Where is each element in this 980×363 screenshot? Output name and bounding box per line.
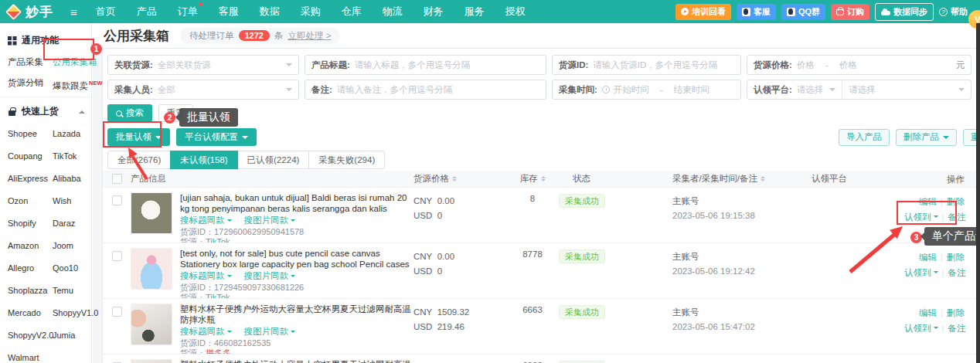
nav-item-authorization[interactable]: 授权: [505, 5, 526, 19]
batch-claim-button[interactable]: 批量认领: [107, 128, 170, 146]
sidebar-item-source-distribution[interactable]: 货源分销: [8, 73, 53, 93]
delete-link[interactable]: 删除: [947, 197, 965, 206]
sidebar-item-alibaba[interactable]: Alibaba: [53, 168, 98, 190]
tab-claimed[interactable]: 已认领(2224): [237, 151, 310, 169]
source-id-input[interactable]: 货源ID: 请输入货源ID，多个用逗号分隔: [552, 55, 741, 75]
search-by-title-link[interactable]: 搜标题同款: [180, 215, 232, 226]
row-checkbox[interactable]: [112, 307, 122, 317]
sidebar-item-mercado[interactable]: Mercado: [8, 302, 53, 324]
sidebar-item-qoo10[interactable]: Qoo10: [53, 257, 98, 280]
product-image[interactable]: [131, 192, 172, 234]
nav-item-data[interactable]: 数据: [260, 5, 280, 19]
search-by-title-link[interactable]: 搜标题同款: [180, 270, 232, 282]
nav-item-services[interactable]: 服务: [464, 5, 485, 19]
sidebar-item-product-collect[interactable]: 产品采集: [8, 52, 53, 73]
import-product-button[interactable]: 导入产品: [839, 129, 890, 146]
claim-platform-select[interactable]: 认领平台: 请选择 请选择: [747, 80, 971, 100]
header-stock[interactable]: 库存: [506, 173, 559, 185]
sort-icon[interactable]: [452, 176, 457, 182]
product-title-input[interactable]: 产品标题: 请输入标题，多个用逗号分隔: [305, 55, 546, 75]
related-source-select[interactable]: 关联货源: 全部关联货源: [107, 55, 299, 75]
nav-item-logistics[interactable]: 物流: [383, 5, 403, 19]
process-now-link[interactable]: 立即处理 >: [288, 30, 331, 42]
nav-item-orders[interactable]: 订单: [178, 5, 198, 19]
tab-collect-failed[interactable]: 采集失败(294): [308, 151, 385, 169]
sidebar-item-shoplazza[interactable]: Shoplazza: [8, 280, 53, 302]
nav-item-customer-service[interactable]: 客服: [219, 5, 239, 19]
sidebar-item-amazon[interactable]: Amazon: [8, 235, 53, 257]
nav-item-warehouse[interactable]: 仓库: [342, 5, 362, 19]
sidebar-item-daraz[interactable]: Daraz: [53, 212, 98, 235]
brand-logo[interactable]: 妙手: [8, 3, 53, 21]
header-price[interactable]: 货源价格: [413, 171, 506, 186]
row-checkbox[interactable]: [112, 251, 122, 261]
sidebar-item-wish[interactable]: Wish: [53, 190, 98, 212]
sort-icon[interactable]: [541, 176, 546, 182]
sidebar-item-aliexpress[interactable]: AliExpress: [8, 168, 53, 190]
search-by-title-link[interactable]: 搜标题同款: [180, 326, 232, 338]
delete-product-button[interactable]: 删除产品: [896, 129, 957, 146]
product-image[interactable]: [131, 304, 172, 345]
product-title[interactable]: [ujian sahaja, bukan untuk dijual] Baldi…: [180, 192, 413, 214]
sidebar-item-ozon[interactable]: Ozon: [8, 190, 53, 212]
edit-link[interactable]: 编辑: [919, 197, 937, 206]
remark-link[interactable]: 备注: [948, 268, 966, 277]
product-title[interactable]: 塑料水杯子便携户外运动大容量太空杯男夏天过滤网耐高温防摔水瓶: [180, 304, 413, 325]
sidebar-item-walmart[interactable]: Walmart: [8, 347, 53, 363]
sidebar-item-allegro[interactable]: Allegro: [8, 257, 53, 280]
product-image[interactable]: [131, 248, 172, 290]
search-by-image-link[interactable]: 搜图片同款: [244, 326, 296, 338]
remark-link[interactable]: 备注: [948, 212, 966, 222]
remark-input[interactable]: 备注: 请输入备注，多个用逗号分隔: [305, 80, 546, 100]
search-by-image-link[interactable]: 搜图片同款: [244, 215, 296, 226]
product-title[interactable]: 塑料水杯子便携户外运动大容量太空杯男夏天过滤网耐高温防摔水瓶: [180, 359, 413, 363]
customer-service-button[interactable]: 客服: [737, 4, 776, 20]
claim-to-link[interactable]: 认领到: [904, 324, 938, 333]
sidebar-item-shopee[interactable]: Shopee: [8, 123, 53, 145]
sidebar-item-public-collect-box[interactable]: 公用采集箱: [53, 52, 103, 73]
reset-button[interactable]: 重置: [158, 104, 193, 122]
search-button[interactable]: 搜索: [107, 104, 152, 122]
data-sync-button[interactable]: 数据同步: [875, 3, 934, 21]
subscribe-button[interactable]: 订购: [831, 4, 869, 20]
collector-select[interactable]: 采集人员: 全部: [107, 80, 299, 100]
sidebar-item-tiktok[interactable]: TikTok: [53, 145, 98, 168]
edit-link[interactable]: 编辑: [919, 308, 937, 317]
tab-unclaimed[interactable]: 未认领(158): [170, 151, 237, 169]
nav-item-purchase[interactable]: 采购: [301, 5, 321, 19]
source-platform-link[interactable]: TikTok: [206, 237, 230, 243]
sidebar-item-lazada[interactable]: Lazada: [53, 123, 98, 145]
source-platform-link[interactable]: 拼多多: [206, 348, 231, 355]
sidebar-item-shopyyv2[interactable]: ShopyyV2.0: [8, 324, 53, 347]
sidebar-item-joom[interactable]: Joom: [53, 235, 98, 257]
source-platform-link[interactable]: TikTok: [206, 293, 230, 299]
platform-claim-config-button[interactable]: 平台认领配置: [176, 128, 257, 146]
nav-item-products[interactable]: 产品: [137, 5, 157, 19]
select-all-checkbox[interactable]: [112, 174, 122, 184]
header-collector[interactable]: 采集者/采集时间/备注: [672, 171, 804, 186]
price-range-input[interactable]: 货源价格: 价格 - 价格 元: [747, 55, 971, 75]
delete-link[interactable]: 删除: [947, 253, 965, 262]
help-button[interactable]: ? 帮助: [939, 6, 968, 18]
tab-all[interactable]: 全部(2676): [107, 151, 171, 169]
delete-link[interactable]: 删除: [947, 308, 965, 317]
sidebar-item-shopyyv1[interactable]: ShopyyV1.0: [53, 302, 98, 324]
nav-item-finance[interactable]: 财务: [424, 5, 444, 19]
sidebar-item-temu[interactable]: Temu: [53, 280, 98, 302]
sidebar-item-shopify[interactable]: Shopify: [8, 212, 53, 235]
product-image[interactable]: [131, 359, 172, 363]
training-replay-button[interactable]: 培训回看: [675, 4, 731, 20]
claim-to-link[interactable]: 认领到: [904, 268, 938, 277]
sort-icon[interactable]: [761, 176, 765, 182]
collect-time-range-input[interactable]: 采集时间: 开始时间 - 结束时间: [552, 80, 741, 100]
sidebar-item-coupang[interactable]: Coupang: [8, 145, 53, 168]
edit-link[interactable]: 编辑: [919, 253, 937, 262]
menu-toggle-icon[interactable]: ≡: [70, 5, 77, 19]
sidebar-item-hot-follow-sell[interactable]: 爆款跟卖NEW: [53, 73, 103, 93]
row-checkbox[interactable]: [112, 195, 122, 205]
remark-link[interactable]: 备注: [948, 324, 966, 333]
nav-item-home[interactable]: 首页: [96, 5, 116, 19]
claim-to-link[interactable]: 认领到: [904, 212, 938, 222]
product-title[interactable]: [test only, not for sale] bus cute penci…: [180, 248, 413, 270]
sidebar-item-jumia[interactable]: Jumia: [53, 324, 98, 347]
